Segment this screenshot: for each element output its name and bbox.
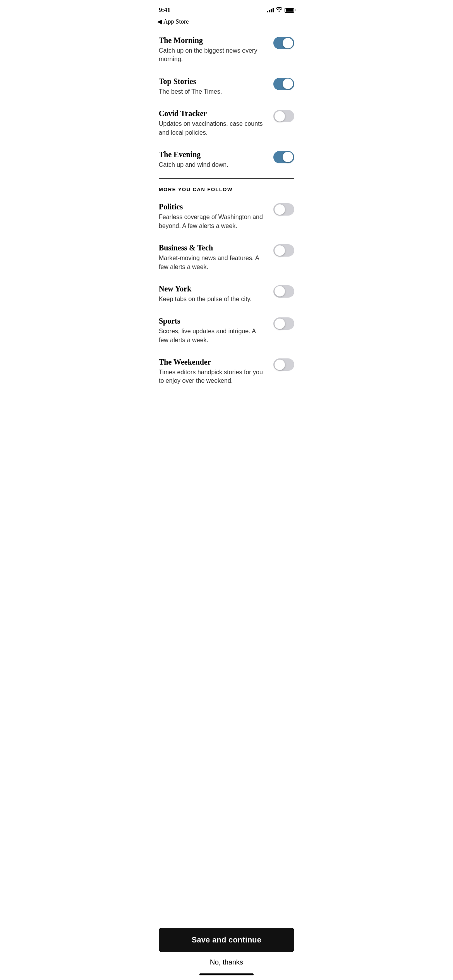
toggle-switch-new-york[interactable] [273, 285, 294, 298]
toggle-desc-the-evening: Catch up and wind down. [159, 161, 266, 169]
toggle-switch-covid-tracker[interactable] [273, 110, 294, 122]
toggle-title-the-morning: The Morning [159, 35, 266, 45]
toggle-switch-business-tech[interactable] [273, 244, 294, 257]
toggle-switch-the-morning[interactable] [273, 37, 294, 49]
toggle-knob-the-evening [283, 152, 293, 162]
back-arrow-icon: ◀ [157, 18, 162, 25]
toggle-switch-sports[interactable] [273, 317, 294, 330]
toggle-row-politics: Politics Fearless coverage of Washington… [159, 195, 294, 236]
toggle-title-the-evening: The Evening [159, 149, 266, 159]
status-bar: 9:41 [151, 0, 302, 17]
toggle-desc-the-weekender: Times editors handpick stories for you t… [159, 368, 266, 385]
toggle-row-top-stories: Top Stories The best of The Times. [159, 70, 294, 102]
toggle-title-sports: Sports [159, 316, 266, 326]
toggle-knob-top-stories [283, 79, 293, 89]
toggle-desc-new-york: Keep tabs on the pulse of the city. [159, 295, 266, 303]
back-label: App Store [163, 18, 189, 25]
battery-icon [285, 8, 294, 13]
wifi-icon [276, 7, 282, 13]
toggle-title-new-york: New York [159, 284, 266, 294]
toggle-row-sports: Sports Scores, live updates and intrigue… [159, 310, 294, 351]
toggle-row-the-weekender: The Weekender Times editors handpick sto… [159, 351, 294, 392]
toggle-desc-politics: Fearless coverage of Washington and beyo… [159, 213, 266, 230]
toggle-desc-the-morning: Catch up on the biggest news every morni… [159, 46, 266, 64]
main-content: The Morning Catch up on the biggest news… [151, 29, 302, 454]
toggle-switch-politics[interactable] [273, 203, 294, 216]
toggle-desc-sports: Scores, live updates and intrigue. A few… [159, 327, 266, 344]
signal-icon [267, 8, 274, 12]
status-icons [267, 7, 294, 13]
toggle-knob-covid-tracker [275, 111, 285, 122]
toggle-desc-covid-tracker: Updates on vaccinations, case counts and… [159, 120, 266, 137]
toggle-row-business-tech: Business & Tech Market-moving news and f… [159, 236, 294, 278]
toggle-switch-the-evening[interactable] [273, 151, 294, 163]
toggle-desc-business-tech: Market-moving news and features. A few a… [159, 254, 266, 271]
section-header-more: MORE YOU CAN FOLLOW [159, 187, 294, 192]
toggle-row-the-evening: The Evening Catch up and wind down. [159, 143, 294, 175]
toggle-switch-the-weekender[interactable] [273, 358, 294, 371]
toggle-title-the-weekender: The Weekender [159, 357, 266, 367]
status-time: 9:41 [159, 6, 170, 14]
toggle-row-new-york: New York Keep tabs on the pulse of the c… [159, 278, 294, 310]
toggle-title-politics: Politics [159, 202, 266, 212]
main-toggle-list: The Morning Catch up on the biggest news… [159, 29, 294, 175]
toggle-title-business-tech: Business & Tech [159, 243, 266, 253]
section-divider [159, 178, 294, 179]
back-nav[interactable]: ◀ App Store [151, 17, 302, 29]
toggle-switch-top-stories[interactable] [273, 78, 294, 90]
toggle-knob-the-morning [283, 38, 293, 48]
toggle-row-covid-tracker: Covid Tracker Updates on vaccinations, c… [159, 102, 294, 143]
toggle-title-covid-tracker: Covid Tracker [159, 108, 266, 118]
follow-toggle-list: Politics Fearless coverage of Washington… [159, 195, 294, 392]
toggle-row-the-morning: The Morning Catch up on the biggest news… [159, 29, 294, 70]
toggle-title-top-stories: Top Stories [159, 76, 266, 86]
toggle-desc-top-stories: The best of The Times. [159, 87, 266, 96]
